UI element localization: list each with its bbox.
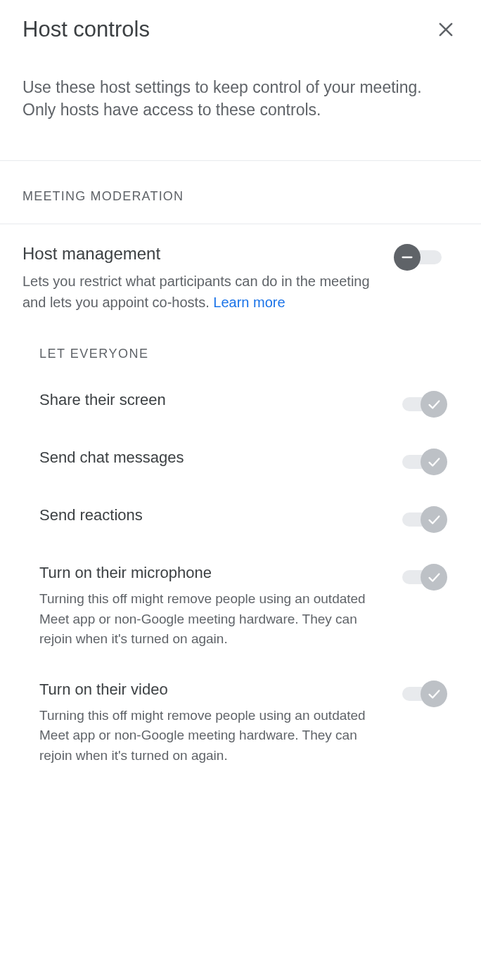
send-chat-toggle[interactable] (397, 449, 447, 475)
check-icon (426, 454, 442, 470)
send-reactions-toggle[interactable] (397, 506, 447, 533)
intro-text: Use these host settings to keep control … (0, 53, 481, 161)
video-description: Turning this off might remove people usi… (39, 706, 380, 766)
send-reactions-title: Send reactions (39, 506, 380, 524)
close-button[interactable] (433, 17, 458, 42)
share-screen-toggle[interactable] (397, 391, 447, 418)
check-icon (426, 686, 442, 702)
let-everyone-header: LET EVERYONE (39, 347, 458, 361)
minus-icon (399, 250, 415, 265)
page-title: Host controls (23, 17, 150, 42)
section-header-moderation: MEETING MODERATION (0, 161, 481, 224)
video-toggle[interactable] (397, 681, 447, 707)
share-screen-title: Share their screen (39, 391, 380, 409)
video-title: Turn on their video (39, 681, 380, 699)
host-management-toggle[interactable] (397, 244, 447, 271)
microphone-description: Turning this off might remove people usi… (39, 589, 380, 650)
send-chat-title: Send chat messages (39, 449, 380, 467)
learn-more-link[interactable]: Learn more (213, 295, 285, 310)
host-management-title: Host management (23, 244, 380, 264)
check-icon (426, 512, 442, 527)
close-icon (436, 20, 456, 39)
check-icon (426, 396, 442, 412)
microphone-title: Turn on their microphone (39, 564, 380, 582)
check-icon (426, 569, 442, 585)
host-management-description: Lets you restrict what participants can … (23, 271, 380, 313)
microphone-toggle[interactable] (397, 564, 447, 591)
